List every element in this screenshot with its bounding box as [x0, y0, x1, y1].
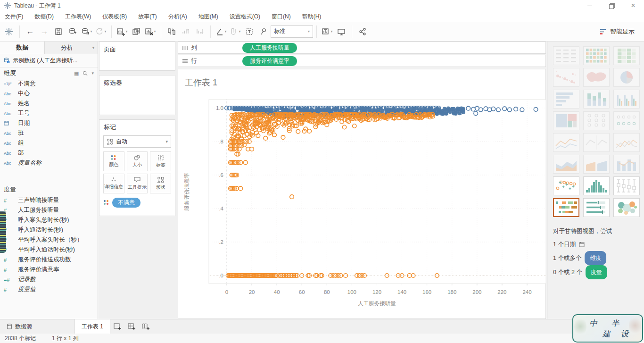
showme-thumb-side-by-side-circles[interactable]	[613, 111, 640, 130]
columns-shelf[interactable]: 列 人工服务接听量	[178, 42, 546, 54]
measure-field-9[interactable]: #度量值	[0, 284, 98, 294]
undo-back-button[interactable]: ←	[24, 25, 36, 39]
dimensions-menu-caret-icon[interactable]: ▾	[91, 71, 94, 75]
dimension-field-0[interactable]: =T|F不满意	[0, 79, 98, 89]
menu-item-1[interactable]: 数据(D)	[34, 13, 54, 21]
marks-tooltip-button[interactable]: 工具提示	[127, 174, 148, 193]
measure-field-4[interactable]: #平均呼入案头时长（秒）	[0, 235, 98, 245]
marks-shape-button[interactable]: 形状	[150, 174, 171, 193]
showme-thumb-stacked-bars[interactable]	[583, 90, 610, 109]
marks-color-button[interactable]: 颜色	[103, 151, 124, 171]
marks-label-button[interactable]: 标签	[150, 151, 171, 171]
new-worksheet-button[interactable]: ▾	[116, 25, 128, 39]
redo-forward-button[interactable]: →	[38, 25, 50, 39]
fit-select[interactable]: 标准▾	[271, 25, 313, 38]
measure-field-1[interactable]: #人工服务接听量	[0, 205, 98, 215]
new-story-button[interactable]	[139, 319, 153, 334]
marks-size-button[interactable]: 大小	[127, 151, 148, 171]
sort-ascending-button[interactable]	[180, 25, 192, 39]
showme-thumb-bullet[interactable]	[583, 198, 610, 217]
showme-thumb-circle-views[interactable]	[583, 111, 610, 130]
pane-options-caret-icon[interactable]: ▾	[89, 42, 98, 54]
minimize-button[interactable]	[579, 0, 601, 11]
showme-thumb-bubbles[interactable]	[613, 198, 640, 217]
menu-item-0[interactable]: 文件(F)	[5, 13, 23, 21]
showme-thumb-horizontal-bars[interactable]	[553, 90, 579, 109]
clear-sheet-button[interactable]: ▾	[144, 25, 157, 39]
showme-thumb-symbol-map[interactable]	[553, 68, 579, 87]
measure-field-7[interactable]: #服务评价满意率	[0, 265, 98, 275]
dimension-field-2[interactable]: Abc姓名	[0, 99, 98, 109]
filters-card[interactable]: 筛选器	[99, 75, 175, 115]
share-button[interactable]	[356, 25, 369, 39]
showme-thumb-pie[interactable]	[613, 68, 640, 87]
mark-type-dropdown[interactable]: 自动 ▾	[103, 135, 171, 148]
menu-item-8[interactable]: 窗口(N)	[272, 13, 291, 21]
menu-item-3[interactable]: 仪表板(B)	[102, 13, 127, 21]
columns-pill[interactable]: 人工服务接听量	[242, 43, 297, 53]
menu-item-2[interactable]: 工作表(W)	[65, 13, 91, 21]
paperclip-button[interactable]: ▾	[229, 25, 241, 39]
show-me-button[interactable]: 智能显示	[595, 25, 639, 38]
new-dashboard-button[interactable]	[124, 319, 139, 334]
new-worksheet-button[interactable]	[110, 319, 124, 334]
new-datasource-button[interactable]	[66, 25, 79, 39]
showme-thumb-heat-map[interactable]	[583, 46, 610, 65]
measure-field-2[interactable]: #呼入案头总时长(秒)	[0, 215, 98, 225]
scatter-plot[interactable]: 1.0.8.6.4.2.0020406080100120140160180200…	[178, 69, 546, 315]
showme-thumb-box-whisker[interactable]	[613, 176, 640, 195]
showme-thumb-highlight-table[interactable]	[613, 46, 640, 65]
pin-button[interactable]	[257, 25, 270, 39]
tab-datasource[interactable]: 数据源	[0, 319, 39, 334]
menu-item-4[interactable]: 故事(T)	[138, 13, 157, 21]
show-mark-labels-button[interactable]: ▾	[321, 25, 333, 39]
close-button[interactable]: ×	[622, 0, 644, 11]
marks-pill[interactable]: 不满意	[112, 198, 140, 208]
duplicate-sheet-button[interactable]	[130, 25, 142, 39]
measure-field-0[interactable]: #三声铃响接听量	[0, 195, 98, 205]
rows-pill[interactable]: 服务评价满意率	[242, 56, 297, 66]
tab-sheet1[interactable]: 工作表 1	[74, 319, 110, 334]
view-as-grid-icon[interactable]: ▦	[74, 70, 79, 76]
dimension-field-4[interactable]: 日期	[0, 118, 98, 128]
dimension-field-5[interactable]: Abc班	[0, 128, 98, 138]
showme-thumb-dual-lines[interactable]	[613, 133, 640, 152]
search-icon[interactable]	[83, 71, 88, 76]
rows-shelf[interactable]: 行 服务评价满意率	[178, 55, 546, 67]
datasource-item[interactable]: 示例数据 (人工坐席接听...	[0, 54, 98, 67]
showme-thumb-histogram[interactable]	[583, 176, 610, 195]
dimension-field-1[interactable]: Abc中心	[0, 89, 98, 99]
measure-field-8[interactable]: =#记录数	[0, 275, 98, 284]
showme-thumb-text-table[interactable]	[553, 46, 579, 65]
menu-item-9[interactable]: 帮助(H)	[302, 13, 322, 21]
pages-card[interactable]: 页面	[99, 42, 175, 71]
swap-axes-button[interactable]	[165, 25, 178, 39]
showme-thumb-treemap[interactable]	[553, 111, 579, 130]
tab-analytics[interactable]: 分析	[45, 42, 89, 54]
textbox-button[interactable]	[243, 25, 256, 39]
dimension-field-3[interactable]: Abc工号	[0, 109, 98, 118]
refresh-button[interactable]: ▾	[95, 25, 107, 39]
showme-thumb-lines-discrete[interactable]	[583, 133, 610, 152]
save-button[interactable]	[52, 25, 65, 39]
restore-button[interactable]	[601, 0, 622, 11]
menu-item-5[interactable]: 分析(A)	[168, 13, 187, 21]
showme-thumb-scatter[interactable]	[553, 176, 579, 195]
dimension-field-7[interactable]: Abc部	[0, 148, 98, 158]
measure-field-3[interactable]: #呼入通话时长(秒)	[0, 225, 98, 235]
menu-item-7[interactable]: 设置格式(O)	[230, 13, 260, 21]
showme-thumb-filled-map[interactable]	[583, 68, 610, 87]
menu-item-6[interactable]: 地图(M)	[198, 13, 218, 21]
highlight-pen-button[interactable]: ▾	[215, 25, 227, 39]
showme-thumb-area-discrete[interactable]	[583, 155, 610, 174]
measure-field-5[interactable]: #平均呼入通话时长(秒)	[0, 245, 98, 255]
showme-thumb-lines-continuous[interactable]	[553, 133, 579, 152]
dimension-field-8[interactable]: Abc度量名称	[0, 158, 98, 168]
showme-thumb-side-by-side-bars[interactable]	[613, 90, 640, 109]
dimension-field-6[interactable]: Abc组	[0, 138, 98, 148]
showme-thumb-dual-combination[interactable]	[613, 155, 640, 174]
tab-data[interactable]: 数据	[0, 42, 45, 54]
measure-field-6[interactable]: #服务评价推送成功数	[0, 255, 98, 265]
marks-detail-button[interactable]: 详细信息	[103, 174, 124, 193]
presentation-mode-button[interactable]	[335, 25, 347, 39]
